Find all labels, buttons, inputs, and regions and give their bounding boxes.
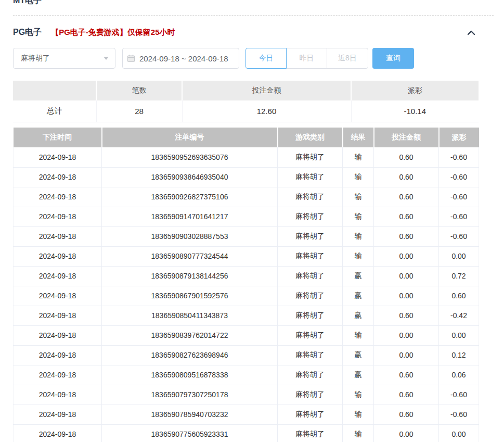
- cell-bet-time: 2024-09-18: [14, 167, 102, 187]
- cell-order-id: 1836590938646935040: [102, 167, 278, 187]
- date-range-input[interactable]: 2024-09-18 ~ 2024-09-18: [122, 48, 239, 69]
- cell-order-id: 1836590827623698946: [102, 345, 278, 365]
- cell-result: 赢: [343, 266, 374, 286]
- summary-header-empty: [13, 81, 96, 100]
- cell-bet-amount: 0.00: [374, 424, 439, 442]
- records-header-row: 下注时间 注单编号 游戏类别 结果 投注金额 派彩: [14, 128, 479, 147]
- cell-payout: -0.60: [439, 167, 479, 187]
- cell-result: 输: [343, 147, 374, 167]
- summary-header-row: 笔数 投注金额 派彩: [13, 81, 479, 100]
- cell-order-id: 1836590785940703232: [102, 405, 278, 424]
- section-header: PG电子 【PG电子-免费游戏】仅保留25小时: [13, 27, 175, 38]
- cell-bet-time: 2024-09-18: [14, 424, 102, 442]
- cell-payout: 0.06: [439, 365, 479, 385]
- cell-result: 输: [343, 187, 374, 207]
- cell-game-type: 麻将胡了: [278, 405, 343, 424]
- cell-bet-amount: 0.00: [374, 246, 439, 266]
- cell-payout: 0.72: [439, 266, 479, 286]
- cell-bet-time: 2024-09-18: [14, 385, 102, 405]
- cell-bet-amount: 0.60: [374, 147, 439, 167]
- cell-bet-time: 2024-09-18: [14, 345, 102, 365]
- filter-bar: 麻将胡了 2024-09-18 ~ 2024-09-18 今日 昨日 近8日 查…: [13, 48, 414, 69]
- records-header-payout: 派彩: [439, 128, 479, 147]
- game-select[interactable]: 麻将胡了: [13, 48, 115, 69]
- collapse-section-button[interactable]: [466, 27, 477, 39]
- cell-game-type: 麻将胡了: [278, 207, 343, 226]
- summary-total-row: 总计 28 12.60 -10.14: [13, 100, 479, 122]
- cell-result: 输: [343, 405, 374, 424]
- cell-bet-time: 2024-09-18: [14, 147, 102, 167]
- cell-payout: 0.12: [439, 345, 479, 365]
- cell-game-type: 麻将胡了: [278, 424, 343, 442]
- table-row: 2024-09-181836590839762014722麻将胡了输0.000.…: [14, 325, 479, 345]
- cell-bet-time: 2024-09-18: [14, 405, 102, 424]
- cell-result: 输: [343, 325, 374, 345]
- cell-order-id: 1836590775605923331: [102, 424, 278, 442]
- cell-game-type: 麻将胡了: [278, 325, 343, 345]
- cell-result: 输: [343, 246, 374, 266]
- last-8-days-button[interactable]: 近8日: [327, 48, 368, 69]
- records-table-body: 2024-09-181836590952693635076麻将胡了输0.60-0…: [14, 147, 479, 442]
- table-row: 2024-09-181836590903028887553麻将胡了输0.60-0…: [14, 226, 479, 246]
- cell-order-id: 1836590903028887553: [102, 226, 278, 246]
- cell-bet-amount: 0.60: [374, 167, 439, 187]
- cell-bet-amount: 0.60: [374, 226, 439, 246]
- table-row: 2024-09-181836590809516878338麻将胡了赢0.600.…: [14, 365, 479, 385]
- cell-payout: -0.60: [439, 405, 479, 424]
- cell-order-id: 1836590867901592576: [102, 286, 278, 306]
- page: MT电子 PG电子 【PG电子-免费游戏】仅保留25小时 麻将胡了: [0, 0, 504, 442]
- cell-bet-amount: 0.00: [374, 325, 439, 345]
- summary-total-bet: 12.60: [182, 100, 351, 122]
- cell-order-id: 1836590890777324544: [102, 246, 278, 266]
- table-row: 2024-09-181836590827623698946麻将胡了赢0.000.…: [14, 345, 479, 365]
- cell-bet-amount: 0.00: [374, 345, 439, 365]
- table-row: 2024-09-181836590879138144256麻将胡了赢0.000.…: [14, 266, 479, 286]
- cell-payout: 0.00: [439, 424, 479, 442]
- chevron-down-icon: [104, 57, 109, 60]
- cell-bet-time: 2024-09-18: [14, 365, 102, 385]
- table-row: 2024-09-181836590914701641217麻将胡了输0.60-0…: [14, 207, 479, 226]
- table-row: 2024-09-181836590890777324544麻将胡了输0.000.…: [14, 246, 479, 266]
- table-row: 2024-09-181836590775605923331麻将胡了输0.000.…: [14, 424, 479, 442]
- today-button[interactable]: 今日: [245, 48, 287, 69]
- records-header-result: 结果: [343, 128, 374, 147]
- summary-total-count: 28: [96, 100, 182, 122]
- cell-result: 输: [343, 167, 374, 187]
- cell-result: 输: [343, 226, 374, 246]
- yesterday-button[interactable]: 昨日: [286, 48, 327, 69]
- cell-bet-amount: 0.60: [374, 207, 439, 226]
- summary-total-label: 总计: [13, 100, 96, 122]
- table-row: 2024-09-181836590867901592576麻将胡了赢0.000.…: [14, 286, 479, 306]
- cell-bet-time: 2024-09-18: [14, 187, 102, 207]
- records-header-bet-time: 下注时间: [14, 128, 102, 147]
- cell-bet-amount: 0.60: [374, 405, 439, 424]
- cell-result: 赢: [343, 306, 374, 325]
- cell-order-id: 1836590839762014722: [102, 325, 278, 345]
- table-row: 2024-09-181836590785940703232麻将胡了输0.60-0…: [14, 405, 479, 424]
- date-range-value: 2024-09-18 ~ 2024-09-18: [139, 54, 228, 63]
- table-row: 2024-09-181836590938646935040麻将胡了输0.60-0…: [14, 167, 479, 187]
- cell-game-type: 麻将胡了: [278, 385, 343, 405]
- cell-bet-time: 2024-09-18: [14, 325, 102, 345]
- cell-bet-amount: 0.60: [374, 306, 439, 325]
- cell-payout: -0.42: [439, 306, 479, 325]
- records-table: 下注时间 注单编号 游戏类别 结果 投注金额 派彩 2024-09-181836…: [13, 128, 479, 442]
- cell-game-type: 麻将胡了: [278, 167, 343, 187]
- cell-bet-time: 2024-09-18: [14, 207, 102, 226]
- cell-payout: -0.60: [439, 207, 479, 226]
- cell-game-type: 麻将胡了: [278, 226, 343, 246]
- cell-game-type: 麻将胡了: [278, 365, 343, 385]
- search-button[interactable]: 查询: [372, 48, 414, 69]
- table-row: 2024-09-181836590926827375106麻将胡了输0.60-0…: [14, 187, 479, 207]
- records-header-game-type: 游戏类别: [278, 128, 343, 147]
- cell-payout: 0.60: [439, 286, 479, 306]
- cell-order-id: 1836590809516878338: [102, 365, 278, 385]
- cell-result: 输: [343, 424, 374, 442]
- calendar-icon: [127, 54, 135, 62]
- cell-bet-amount: 0.60: [374, 187, 439, 207]
- cell-game-type: 麻将胡了: [278, 246, 343, 266]
- section-title: PG电子: [13, 27, 42, 38]
- cell-bet-time: 2024-09-18: [14, 246, 102, 266]
- cell-order-id: 1836590797307250178: [102, 385, 278, 405]
- cell-bet-time: 2024-09-18: [14, 286, 102, 306]
